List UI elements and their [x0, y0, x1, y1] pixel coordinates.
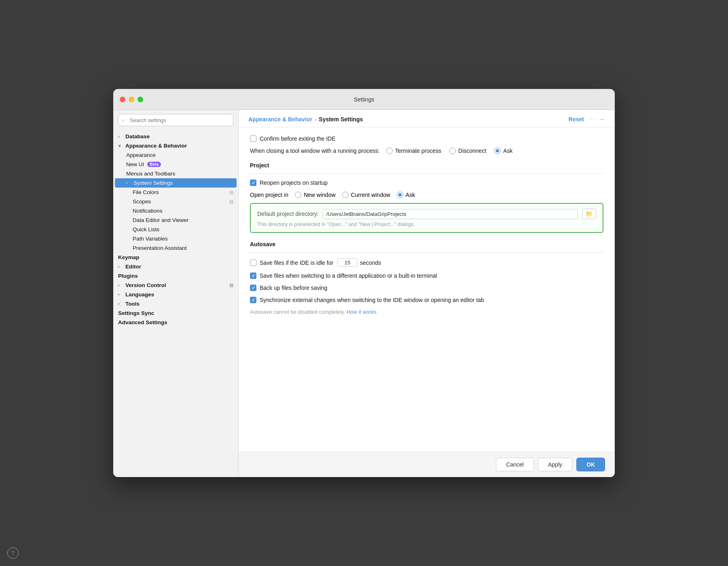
sidebar-item-keymap[interactable]: Keymap [115, 253, 237, 262]
reopen-projects-label[interactable]: Reopen projects on startup [250, 180, 328, 186]
current-window-option[interactable]: Current window [342, 192, 390, 198]
project-dir-row: Default project directory: 📁 [257, 209, 596, 219]
main-panel: Appearance & Behavior › System Settings … [239, 110, 615, 477]
terminate-radio[interactable] [386, 148, 393, 154]
scopes-icon: ▤ [229, 199, 233, 204]
file-colors-icon: ▤ [229, 190, 233, 195]
sidebar-item-appearance[interactable]: Appearance [115, 150, 237, 160]
autosave-section-title: Autosave [250, 241, 603, 247]
sidebar-item-presentation-assistant[interactable]: Presentation Assistant [115, 243, 237, 253]
project-dir-input[interactable] [323, 209, 578, 219]
current-window-radio[interactable] [342, 192, 349, 198]
nav-arrows: ← → [590, 116, 605, 123]
ask-project-radio[interactable] [397, 192, 403, 198]
sidebar-list: › Database ∨ Appearance & Behavior Appea… [113, 130, 238, 477]
backup-row: Back up files before saving [250, 285, 603, 291]
back-arrow[interactable]: ← [590, 116, 596, 123]
titlebar: Settings [113, 89, 615, 110]
footer: Cancel Apply OK [239, 452, 615, 477]
save-idle-label[interactable]: Save files if the IDE is idle for [250, 260, 333, 266]
open-project-row: Open project in New window Current windo… [250, 192, 603, 198]
chevron-right-icon: › [118, 134, 124, 139]
sidebar-item-data-editor-viewer[interactable]: Data Editor and Viewer [115, 215, 237, 225]
sidebar-item-tools[interactable]: › Tools [115, 299, 237, 308]
reopen-projects-checkbox[interactable] [250, 180, 256, 186]
sidebar-item-scopes[interactable]: Scopes ▤ [115, 197, 237, 206]
how-it-works-link[interactable]: How it works [347, 309, 377, 315]
chevron-right-icon-tools: › [118, 302, 124, 306]
search-icon: ⌕ [121, 117, 124, 123]
sidebar-item-settings-sync[interactable]: Settings Sync [115, 308, 237, 318]
close-button[interactable] [120, 97, 125, 102]
breadcrumb-parent[interactable]: Appearance & Behavior [248, 116, 312, 122]
sync-external-label[interactable]: Synchronize external changes when switch… [250, 297, 484, 303]
sidebar-item-appearance-behavior[interactable]: ∨ Appearance & Behavior [115, 141, 237, 150]
backup-label[interactable]: Back up files before saving [250, 285, 327, 291]
chevron-right-icon-vc: › [118, 283, 124, 287]
sidebar-item-menus-toolbars[interactable]: Menus and Toolbars [115, 169, 237, 178]
sidebar-item-languages[interactable]: › Languages [115, 290, 237, 299]
project-dir-box: Default project directory: 📁 This direct… [250, 203, 603, 233]
process-options: Terminate process Disconnect Ask [386, 148, 513, 154]
chevron-right-icon-editor: › [118, 264, 124, 269]
project-section-title: Project [250, 162, 603, 169]
idle-seconds-input[interactable] [337, 258, 358, 267]
header-actions: Reset ← → [569, 116, 605, 123]
save-idle-row: Save files if the IDE is idle for second… [250, 258, 603, 267]
traffic-lights [120, 97, 143, 102]
browse-directory-button[interactable]: 📁 [582, 209, 596, 219]
beta-badge: Beta [147, 162, 161, 167]
ok-button[interactable]: OK [576, 458, 605, 471]
sidebar-item-advanced-settings[interactable]: Advanced Settings [115, 318, 237, 327]
closing-tool-window-row: When closing a tool window with a runnin… [250, 148, 603, 154]
sidebar-item-notifications[interactable]: Notifications [115, 206, 237, 215]
save-idle-checkbox[interactable] [250, 260, 256, 266]
project-dir-hint: This directory is preselected in "Open..… [257, 222, 596, 227]
search-input[interactable] [118, 114, 233, 126]
breadcrumb-separator: › [315, 116, 316, 122]
apply-button[interactable]: Apply [538, 458, 572, 471]
new-window-radio[interactable] [295, 192, 301, 198]
sidebar-item-new-ui[interactable]: New UI Beta [115, 160, 237, 169]
sidebar-item-editor[interactable]: › Editor [115, 262, 237, 271]
sidebar-item-quick-lists[interactable]: Quick Lists [115, 225, 237, 234]
breadcrumb: Appearance & Behavior › System Settings [248, 116, 363, 122]
sidebar-item-file-colors[interactable]: File Colors ▤ [115, 188, 237, 197]
sidebar-item-version-control[interactable]: › Version Control ▤ [115, 281, 237, 290]
chevron-down-icon: ∨ [118, 144, 124, 148]
sync-external-checkbox[interactable] [250, 297, 256, 303]
project-divider [250, 173, 603, 174]
sidebar-item-path-variables[interactable]: Path Variables [115, 234, 237, 243]
terminate-option[interactable]: Terminate process [386, 148, 441, 154]
search-box: ⌕ [118, 114, 233, 126]
ask-process-option[interactable]: Ask [494, 148, 512, 154]
main-content: Confirm before exiting the IDE When clos… [239, 127, 615, 452]
save-switch-label[interactable]: Save files when switching to a different… [250, 272, 437, 279]
reset-button[interactable]: Reset [569, 116, 584, 122]
confirm-exit-checkbox[interactable] [250, 135, 256, 142]
forward-arrow[interactable]: → [599, 116, 605, 123]
window-title: Settings [354, 96, 375, 103]
ask-project-option[interactable]: Ask [397, 192, 415, 198]
fullscreen-button[interactable] [138, 97, 143, 102]
breadcrumb-current: System Settings [319, 116, 363, 122]
project-dir-label: Default project directory: [257, 211, 319, 217]
chevron-right-icon-lang: › [118, 292, 124, 297]
disconnect-radio[interactable] [449, 148, 456, 154]
main-header: Appearance & Behavior › System Settings … [239, 110, 615, 127]
sidebar-item-database[interactable]: › Database [115, 132, 237, 141]
save-switch-checkbox[interactable] [250, 272, 256, 279]
confirm-exit-label[interactable]: Confirm before exiting the IDE [250, 135, 336, 142]
cancel-button[interactable]: Cancel [496, 458, 534, 471]
sidebar: ⌕ › Database ∨ Appearance & Behavior App… [113, 110, 239, 477]
disconnect-option[interactable]: Disconnect [449, 148, 486, 154]
autosave-hint-row: Autosave cannot be disabled completely. … [250, 309, 603, 315]
sidebar-item-plugins[interactable]: Plugins [115, 271, 237, 281]
backup-checkbox[interactable] [250, 285, 256, 291]
sync-external-row: Synchronize external changes when switch… [250, 297, 603, 303]
ask-process-radio[interactable] [494, 148, 501, 154]
new-window-option[interactable]: New window [295, 192, 336, 198]
sidebar-item-system-settings[interactable]: › System Settings [115, 178, 237, 188]
confirm-exit-row: Confirm before exiting the IDE [250, 135, 603, 142]
minimize-button[interactable] [129, 97, 134, 102]
